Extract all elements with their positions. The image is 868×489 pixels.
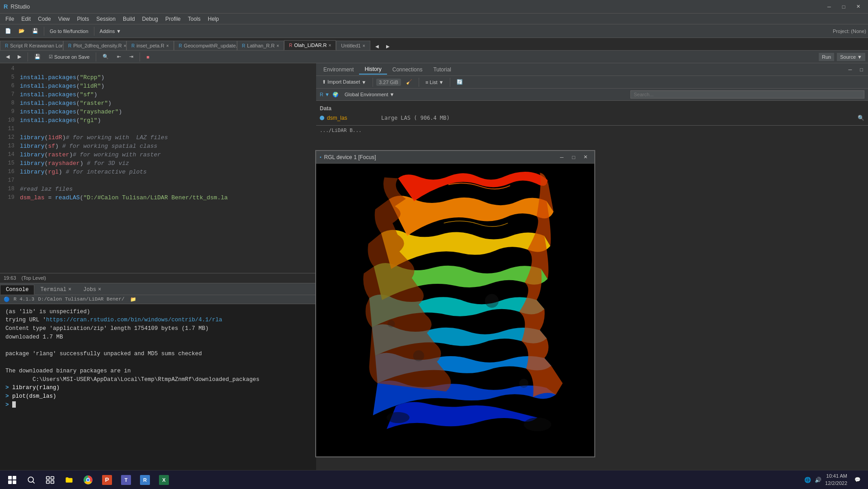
environment-tab[interactable]: Environment [318, 65, 359, 74]
console-line: (as 'lib' is unspecified) [5, 308, 311, 316]
menu-tools[interactable]: Tools [184, 15, 204, 23]
svg-point-1 [485, 294, 499, 308]
scroll-tabs-right[interactable]: ▶ [383, 42, 393, 50]
save-script-button[interactable]: 💾 [31, 52, 44, 61]
rgl-3d-canvas[interactable] [316, 164, 594, 456]
menu-help[interactable]: Help [204, 15, 223, 23]
import-dropdown[interactable]: ▼ [361, 80, 366, 85]
code-editor[interactable]: 4 5 install.packages("Rcpp") 6 install.p… [0, 63, 316, 273]
console-output[interactable]: (as 'lib' is unspecified) trying URL 'ht… [0, 304, 316, 422]
right-panel-minimize[interactable]: ─ [845, 66, 855, 74]
open-file-button[interactable]: 📂 [15, 27, 28, 35]
connections-tab[interactable]: Connections [387, 65, 428, 74]
import-label: ⬆ Import Dataset [322, 79, 360, 85]
outdent-button[interactable]: ⇤ [114, 52, 124, 61]
jobs-tab[interactable]: Jobs × [77, 285, 107, 295]
rgl-maximize-button[interactable]: □ [568, 153, 579, 162]
r-env-selector[interactable]: R ▼ [320, 92, 330, 97]
tab-inset-peta[interactable]: R inset_peta.R × [126, 41, 174, 50]
scroll-tabs-left[interactable]: ◀ [372, 42, 382, 50]
console-line: downloaded 1.7 MB [5, 333, 311, 342]
menu-code[interactable]: Code [34, 15, 55, 23]
import-dataset-button[interactable]: ⬆ Import Dataset ▼ [319, 78, 369, 86]
chrome-taskbar[interactable] [79, 471, 97, 489]
addins-button[interactable]: Addins ▼ [97, 27, 125, 35]
menu-view[interactable]: View [55, 15, 74, 23]
close-button[interactable]: ✕ [852, 2, 864, 11]
tab-olah-lidar[interactable]: R Olah_LiDAR.R × [284, 40, 336, 50]
right-panel-maximize[interactable]: □ [857, 66, 866, 74]
svg-text:R: R [143, 477, 147, 483]
code-line: 9 install.packages("rayshader") [0, 108, 316, 117]
history-tab[interactable]: History [359, 65, 387, 75]
file-explorer-taskbar[interactable] [61, 471, 78, 489]
tab-geocomp[interactable]: R GeocompwithR_update.R × [174, 41, 237, 50]
svg-rect-10 [13, 480, 16, 484]
code-line: 13 library(sf) # for working spatial cla… [0, 142, 316, 151]
source-on-save-label: Source on Save [54, 54, 89, 60]
find-replace-button[interactable]: 🔍 [99, 52, 112, 61]
tab-plot-2dfreq[interactable]: R Plot_2dfreq_density.R × [63, 41, 126, 50]
env-item-search-icon[interactable]: 🔍 [858, 115, 864, 121]
tab-latihan[interactable]: R Latihan_R.R × [237, 41, 284, 50]
console-tab[interactable]: Console [0, 285, 34, 295]
excel-taskbar[interactable]: X [155, 471, 173, 489]
refresh-button[interactable]: 🔄 [453, 78, 466, 86]
menu-plots[interactable]: Plots [74, 15, 93, 23]
tab-untitled[interactable]: Untitled1 × [336, 41, 370, 50]
tab-label-5: Latihan_R.R [247, 43, 275, 48]
menu-file[interactable]: File [2, 15, 18, 23]
indent-button[interactable]: ⇥ [126, 52, 136, 61]
script-toolbar-sep-2 [96, 52, 96, 61]
rstudio-taskbar[interactable]: R [136, 471, 154, 489]
tab-close-2[interactable]: × [124, 43, 126, 48]
menu-profile[interactable]: Profile [162, 15, 184, 23]
tab-close-3[interactable]: × [166, 43, 169, 48]
rgl-close-button[interactable]: ✕ [580, 153, 591, 162]
app-icon: R [4, 3, 8, 10]
taskview-button[interactable] [42, 471, 59, 489]
powerpoint-taskbar[interactable]: P [98, 471, 116, 489]
folder-icon[interactable]: 📁 [130, 296, 136, 302]
global-env-selector[interactable]: Global Environment ▼ [341, 90, 398, 99]
list-view-button[interactable]: ≡ List ▼ [422, 78, 447, 86]
tab-close-6[interactable]: × [328, 43, 331, 48]
rgl-device-window[interactable]: ▪ RGL device 1 [Focus] ─ □ ✕ [315, 150, 595, 457]
new-file-button[interactable]: 📄 [2, 27, 14, 35]
svg-point-3 [519, 379, 528, 388]
search-button[interactable] [23, 471, 40, 489]
env-search-input[interactable] [630, 90, 864, 99]
tab-script-kerawanan[interactable]: R Script R Kerawanan Longsor Regresi Lo.… [0, 41, 63, 50]
menu-debug[interactable]: Debug [139, 15, 162, 23]
source-dropdown-icon[interactable]: ▼ [857, 54, 862, 60]
console-input-line[interactable]: > [5, 401, 311, 409]
terminal-tab[interactable]: Terminal × [34, 285, 77, 295]
console-line: The downloaded binary packages are in [5, 367, 311, 376]
nav-forward-button[interactable]: ▶ [14, 52, 24, 61]
menu-build[interactable]: Build [119, 15, 139, 23]
go-to-file-button[interactable]: Go to file/function [47, 27, 92, 35]
stop-button[interactable]: ■ [143, 53, 153, 61]
tab-close-7[interactable]: × [363, 43, 365, 48]
env-item-dsm-las[interactable]: dsm_las Large LAS ( 906.4 MB) 🔍 [320, 113, 864, 122]
code-line: 18 #read laz files [0, 185, 316, 194]
rgl-minimize-button[interactable]: ─ [556, 153, 567, 162]
save-button[interactable]: 💾 [29, 27, 42, 35]
source-on-save-button[interactable]: ☑ Source on Save [46, 53, 93, 61]
nav-back-button[interactable]: ◀ [3, 52, 13, 61]
notification-icon[interactable]: 💬 [854, 477, 861, 483]
menu-edit[interactable]: Edit [18, 15, 34, 23]
menu-session[interactable]: Session [93, 15, 119, 23]
source-button[interactable]: Source ▼ [837, 53, 865, 61]
jobs-close[interactable]: × [98, 287, 101, 293]
tab-close-5[interactable]: × [276, 43, 279, 48]
r-version-icon: 🔵 [4, 296, 10, 302]
start-button[interactable] [4, 471, 21, 489]
maximize-button[interactable]: □ [837, 2, 850, 11]
teams-taskbar[interactable]: T [117, 471, 135, 489]
terminal-close[interactable]: × [68, 287, 71, 293]
tutorial-tab[interactable]: Tutorial [428, 65, 457, 74]
run-button[interactable]: Run [819, 53, 834, 61]
clear-env-button[interactable]: 🧹 [403, 78, 415, 86]
minimize-button[interactable]: ─ [823, 2, 835, 11]
